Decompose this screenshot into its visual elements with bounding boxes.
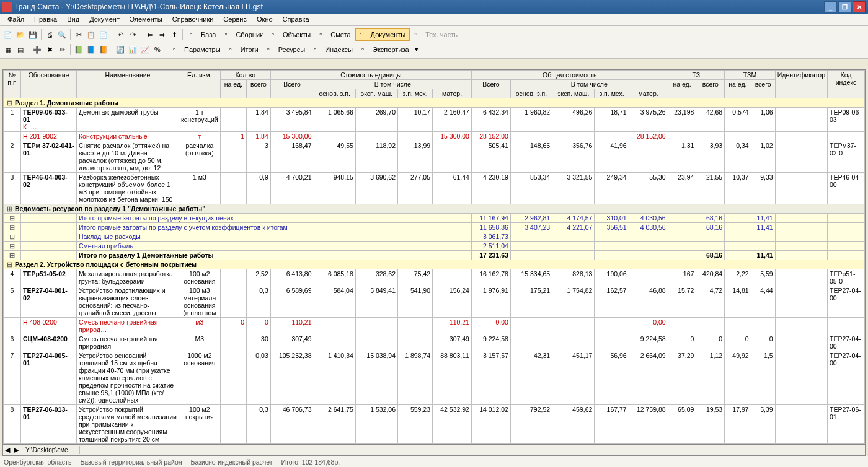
tool-icon[interactable]: ↶ (115, 29, 126, 40)
menu-Элементы[interactable]: Элементы (125, 15, 167, 24)
tool-icon[interactable]: ⬅ (144, 29, 155, 40)
tool-icon[interactable]: 📄 (2, 29, 14, 40)
tool-icon[interactable]: 🔍 (56, 29, 68, 40)
toolbar-icon: ▫ (267, 45, 276, 54)
tool-icon[interactable]: 📘 (86, 44, 97, 55)
tool-icon[interactable]: ▦ (2, 44, 14, 55)
tool-icon[interactable]: ↷ (127, 29, 138, 40)
toolbar-Сборник[interactable]: ▫Сборник (220, 28, 267, 41)
toolbar-Ресурсы[interactable]: ▫Ресурсы (263, 43, 309, 56)
toolbar-icon: ▫ (314, 45, 322, 54)
minimize-button[interactable]: _ (824, 1, 837, 12)
close-button[interactable]: ✕ (852, 1, 866, 12)
menu-Правка[interactable]: Правка (29, 15, 62, 24)
menubar: ФайлПравкаВидДокументЭлементыСправочники… (0, 14, 868, 26)
tool-icon[interactable]: 📋 (86, 29, 97, 40)
tool-icon[interactable]: ➡ (156, 29, 167, 40)
tool-icon[interactable]: 🔄 (115, 44, 126, 55)
menu-Окно[interactable]: Окно (252, 15, 278, 24)
maximize-button[interactable]: ❐ (838, 1, 851, 12)
toolbar-Итоги[interactable]: ▫Итоги (225, 43, 263, 56)
toolbar-row-2: ▦ ▤ ➕ ✖ ✏ 📗 📘 📙 🔄 📊 📈 % ▫Параметры▫Итоги… (2, 42, 866, 57)
tool-icon[interactable]: 📙 (98, 44, 109, 55)
toolbar-Объекты[interactable]: ▫Объекты (267, 28, 315, 41)
tool-icon[interactable]: ✏ (56, 44, 68, 55)
tool-icon[interactable]: ▤ (15, 44, 26, 55)
toolbar-icon: ▫ (414, 30, 423, 39)
tool-icon[interactable]: 💾 (27, 29, 38, 40)
toolbar-icon: ▫ (190, 30, 198, 39)
toolbar-icon: ▫ (229, 45, 238, 54)
tool-icon[interactable]: ✖ (44, 44, 55, 55)
tool-icon[interactable]: 📈 (140, 44, 151, 55)
menu-Вид[interactable]: Вид (62, 15, 84, 24)
tool-icon[interactable]: 📄 (98, 29, 109, 40)
toolbar-icon: ▫ (224, 30, 233, 39)
toolbar-Смета[interactable]: ▫Смета (315, 28, 355, 41)
tool-icon[interactable]: ⬆ (169, 29, 180, 40)
tool-icon[interactable]: 📊 (127, 44, 138, 55)
toolbar-Индексы[interactable]: ▫Индексы (309, 43, 357, 56)
titlebar: Гранд Смета - Y:\Desktop\сметы ГРАНД\1-С… (0, 0, 868, 14)
toolbar-Документы[interactable]: ▫Документы (355, 28, 410, 41)
tool-icon[interactable]: ✂ (73, 29, 84, 40)
menu-Документ[interactable]: Документ (84, 15, 125, 24)
toolbar-icon: ▫ (361, 45, 370, 54)
tool-icon[interactable]: % (152, 44, 163, 55)
tool-icon[interactable]: 📗 (73, 44, 84, 55)
toolbar-База[interactable]: ▫База (185, 28, 220, 41)
tool-icon[interactable]: ➕ (32, 44, 43, 55)
toolbar-Параметры[interactable]: ▫Параметры (169, 43, 225, 56)
toolbar-Тех. часть: ▫Тех. часть (410, 28, 462, 41)
toolbar-Экспертиза[interactable]: ▫Экспертиза (357, 43, 414, 56)
toolbar-icon: ▫ (319, 30, 328, 39)
toolbar-icon: ▫ (272, 30, 280, 39)
toolbar-icon: ▫ (360, 30, 368, 39)
menu-Сервис[interactable]: Сервис (218, 15, 252, 24)
toolbar-row-1: 📄 📂 💾 🖨 🔍 ✂ 📋 📄 ↶ ↷ ⬅ ➡ ⬆ ▫База▫Сборник▫… (2, 27, 866, 42)
menu-Справка[interactable]: Справка (278, 15, 314, 24)
menu-Файл[interactable]: Файл (2, 15, 29, 24)
tool-icon[interactable]: 📂 (15, 29, 26, 40)
window-title: Гранд Смета - Y:\Desktop\сметы ГРАНД\1-С… (15, 2, 824, 11)
menu-Справочники[interactable]: Справочники (167, 15, 219, 24)
toolbar-icon: ▫ (173, 45, 182, 54)
app-icon (2, 2, 12, 12)
tool-icon[interactable]: 🖨 (44, 29, 55, 40)
